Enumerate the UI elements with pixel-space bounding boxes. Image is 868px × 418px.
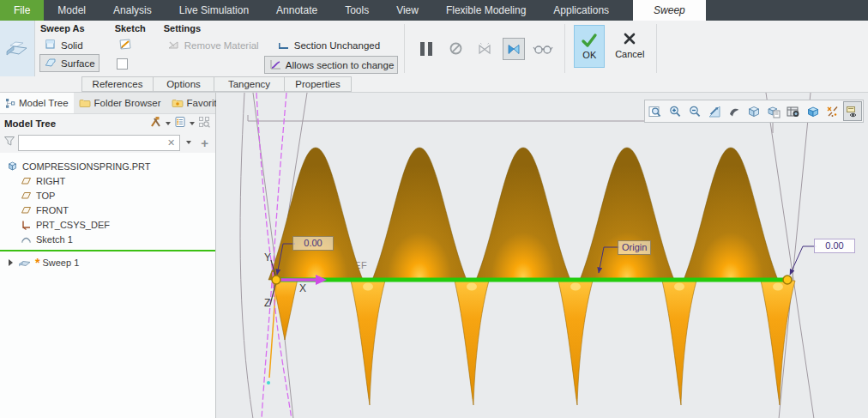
sketch-button[interactable] bbox=[114, 36, 142, 54]
ribbon-separator bbox=[404, 24, 405, 73]
tab-folder-browser[interactable]: Folder Browser bbox=[74, 93, 166, 113]
group-settings: Settings Remove Material Section Unchang… bbox=[151, 21, 403, 76]
spring-surface-upper bbox=[268, 148, 778, 280]
tree-tools-icon[interactable] bbox=[149, 116, 162, 131]
pause-button[interactable] bbox=[415, 38, 437, 60]
menu-model[interactable]: Model bbox=[44, 0, 99, 21]
clear-search-icon[interactable]: ✕ bbox=[163, 137, 179, 148]
tab-model-tree[interactable]: Model Tree bbox=[0, 93, 74, 113]
section-unchanged-button[interactable]: Section Unchanged bbox=[273, 36, 384, 54]
annotation-display-icon[interactable] bbox=[804, 101, 823, 121]
search-options-caret[interactable] bbox=[186, 141, 191, 144]
group-sketch-header: Sketch bbox=[114, 21, 147, 36]
origin-tag: Origin bbox=[618, 240, 651, 255]
menu-file[interactable]: File bbox=[0, 0, 44, 21]
model-tree-header: Model Tree bbox=[0, 114, 215, 132]
remove-material-icon bbox=[167, 39, 180, 52]
tree-item-label: RIGHT bbox=[36, 176, 65, 186]
graphics-area[interactable]: SectionCSYS_DEF bbox=[216, 93, 868, 418]
tree-search-box: ✕ bbox=[18, 135, 180, 151]
surface-label: Surface bbox=[61, 58, 95, 69]
expand-arrow-icon[interactable] bbox=[9, 259, 13, 266]
tree-item-label: Sweep 1 bbox=[42, 257, 79, 268]
trajectory-end-point[interactable] bbox=[783, 276, 792, 284]
end-dimension-value[interactable]: 0.00 bbox=[814, 239, 855, 253]
tree-item-top[interactable]: TOP bbox=[0, 188, 215, 203]
sketch-icon bbox=[21, 233, 32, 245]
tree-filters-caret[interactable] bbox=[190, 122, 195, 125]
datum-plane-icon bbox=[21, 190, 32, 201]
attached-preview-button[interactable] bbox=[503, 38, 525, 60]
solid-label: Solid bbox=[61, 40, 83, 51]
tab-options[interactable]: Options bbox=[153, 76, 214, 92]
tab-folder-browser-label: Folder Browser bbox=[94, 98, 161, 108]
tree-search-grid-icon[interactable] bbox=[198, 116, 211, 131]
tab-sweep-active[interactable]: Sweep bbox=[633, 0, 706, 21]
menu-tools[interactable]: Tools bbox=[331, 0, 383, 21]
tree-tools-caret[interactable] bbox=[166, 122, 171, 125]
zoom-in-icon[interactable] bbox=[666, 101, 684, 121]
cancel-x-icon bbox=[623, 32, 636, 45]
zoom-out-icon[interactable] bbox=[685, 101, 704, 121]
datum-display-icon[interactable] bbox=[823, 101, 842, 121]
display-options-icon[interactable] bbox=[843, 101, 862, 121]
named-views-icon[interactable] bbox=[764, 101, 783, 121]
menu-analysis[interactable]: Analysis bbox=[99, 0, 166, 21]
surface-icon bbox=[44, 56, 57, 70]
saved-orientations-icon[interactable] bbox=[725, 101, 744, 121]
menu-live-simulation[interactable]: Live Simulation bbox=[166, 0, 262, 21]
tree-search-input[interactable] bbox=[19, 137, 163, 148]
group-sketch: Sketch bbox=[104, 21, 151, 76]
tree-filters-icon[interactable] bbox=[174, 116, 186, 131]
no-preview-button[interactable] bbox=[444, 38, 467, 60]
tab-properties[interactable]: Properties bbox=[284, 76, 352, 92]
tree-item-front[interactable]: FRONT bbox=[0, 203, 215, 217]
ok-button[interactable]: OK bbox=[574, 25, 605, 68]
display-style-icon[interactable] bbox=[744, 101, 763, 121]
tree-item-sweep1[interactable]: * Sweep 1 bbox=[0, 255, 215, 270]
group-sweep-as-header: Sweep As bbox=[39, 21, 99, 36]
allows-section-to-change-button[interactable]: Allows section to change bbox=[264, 56, 399, 74]
tree-item-part[interactable]: COMPRESSIONSPRING.PRT bbox=[0, 159, 215, 173]
ribbon-separator bbox=[656, 24, 657, 73]
model-tree-title: Model Tree bbox=[4, 118, 56, 129]
favorites-icon bbox=[172, 98, 184, 108]
trajectory-start-point[interactable] bbox=[272, 276, 280, 284]
sweep-icon bbox=[18, 257, 31, 268]
refit-icon[interactable] bbox=[705, 101, 724, 121]
sketch-checkbox[interactable] bbox=[117, 58, 128, 70]
tree-item-sketch1[interactable]: Sketch 1 bbox=[0, 232, 215, 246]
tab-tangency[interactable]: Tangency bbox=[214, 76, 285, 92]
insert-here-indicator[interactable] bbox=[0, 250, 215, 251]
filter-funnel-icon[interactable] bbox=[3, 135, 15, 150]
navigator-panel: Model Tree Folder Browser Favorites Mode… bbox=[0, 93, 216, 418]
zoom-window-icon[interactable] bbox=[646, 101, 665, 121]
menu-applications[interactable]: Applications bbox=[539, 0, 623, 21]
start-dimension-value[interactable]: 0.00 bbox=[292, 236, 334, 251]
solid-icon bbox=[44, 38, 57, 52]
surface-button[interactable]: Surface bbox=[39, 54, 99, 72]
new-feature-marker: * bbox=[35, 258, 39, 267]
add-filter-button[interactable]: + bbox=[197, 136, 212, 150]
menu-annotate[interactable]: Annotate bbox=[262, 0, 331, 21]
confirm-group: OK Cancel bbox=[567, 21, 654, 76]
unattached-preview-button[interactable] bbox=[473, 38, 496, 60]
verify-glasses-button[interactable] bbox=[532, 38, 554, 60]
tree-item-label: Sketch 1 bbox=[36, 234, 73, 245]
tree-item-right[interactable]: RIGHT bbox=[0, 173, 215, 188]
tab-references[interactable]: References bbox=[81, 76, 154, 92]
remove-material-button[interactable]: Remove Material bbox=[163, 36, 264, 54]
group-sweep-as: Sweep As Solid Surface bbox=[35, 21, 104, 76]
capture-image-icon[interactable] bbox=[784, 101, 803, 121]
axis-z-label: Z bbox=[264, 297, 270, 309]
solid-button[interactable]: Solid bbox=[39, 36, 99, 54]
ribbon-separator bbox=[564, 24, 565, 73]
cancel-label: Cancel bbox=[615, 49, 644, 59]
axis-y-label: Y bbox=[264, 251, 271, 264]
menu-flexible-modeling[interactable]: Flexible Modeling bbox=[432, 0, 539, 21]
menu-view[interactable]: View bbox=[383, 0, 432, 21]
tree-item-csys[interactable]: PRT_CSYS_DEF bbox=[0, 217, 215, 232]
datum-plane-icon bbox=[21, 175, 32, 186]
cancel-button[interactable]: Cancel bbox=[612, 25, 648, 66]
preview-group bbox=[407, 21, 563, 76]
